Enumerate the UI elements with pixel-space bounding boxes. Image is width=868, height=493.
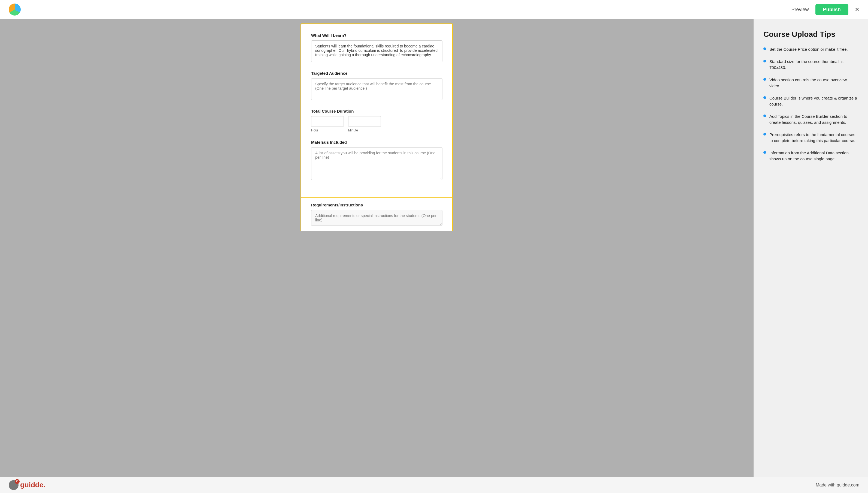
targeted-audience-section: Targeted Audience bbox=[311, 71, 442, 101]
requirements-input[interactable] bbox=[311, 210, 442, 226]
duration-row: 00 Hour 00 Minute bbox=[311, 116, 442, 132]
tips-title: Course Upload Tips bbox=[763, 30, 858, 39]
hour-field: 00 Hour bbox=[311, 116, 344, 132]
guidde-text: guidde. bbox=[20, 481, 45, 489]
tip-text-3: Video section controls the course overvi… bbox=[769, 77, 858, 89]
bullet-icon-4 bbox=[763, 96, 766, 99]
main-content: What Will I Learn? Students will learn t… bbox=[0, 19, 868, 477]
tip-item-7: Information from the Additional Data sec… bbox=[763, 150, 858, 162]
bullet-icon-7 bbox=[763, 151, 766, 154]
materials-section: Materials Included bbox=[311, 140, 442, 181]
bullet-icon-5 bbox=[763, 114, 766, 117]
form-card: What Will I Learn? Students will learn t… bbox=[300, 23, 453, 198]
logo bbox=[9, 3, 21, 16]
what-will-learn-input[interactable]: Students will learn the foundational ski… bbox=[311, 40, 442, 62]
tip-item-6: Prerequisites refers to the fundamental … bbox=[763, 132, 858, 144]
materials-input[interactable] bbox=[311, 147, 442, 180]
tip-text-6: Prerequisites refers to the fundamental … bbox=[769, 132, 858, 144]
tip-text-7: Information from the Additional Data sec… bbox=[769, 150, 858, 162]
publish-button[interactable]: Publish bbox=[816, 4, 848, 15]
minute-input[interactable]: 00 bbox=[348, 116, 381, 127]
what-will-learn-label: What Will I Learn? bbox=[311, 33, 442, 38]
tip-text-4: Course Builder is where you create & org… bbox=[769, 95, 858, 107]
targeted-audience-input[interactable] bbox=[311, 78, 442, 100]
made-with-text: Made with guidde.com bbox=[816, 483, 859, 488]
form-scroll: What Will I Learn? Students will learn t… bbox=[300, 23, 453, 231]
bullet-icon-2 bbox=[763, 60, 766, 62]
tip-text-5: Add Topics in the Course Builder section… bbox=[769, 113, 858, 126]
preview-link[interactable]: Preview bbox=[792, 7, 809, 13]
tip-item-3: Video section controls the course overvi… bbox=[763, 77, 858, 89]
tip-item-5: Add Topics in the Course Builder section… bbox=[763, 113, 858, 126]
requirements-label: Requirements/Instructions bbox=[311, 202, 442, 207]
header: Preview Publish × bbox=[0, 0, 868, 19]
tip-item-2: Standard size for the course thumbnail i… bbox=[763, 59, 858, 71]
duration-section: Total Course Duration 00 Hour 00 Minute bbox=[311, 109, 442, 132]
tip-text-1: Set the Course Price option or make it f… bbox=[769, 46, 848, 52]
header-actions: Preview Publish × bbox=[792, 4, 859, 15]
bullet-icon-3 bbox=[763, 78, 766, 81]
bullet-icon-6 bbox=[763, 133, 766, 135]
bullet-icon-1 bbox=[763, 47, 766, 50]
hour-input[interactable]: 00 bbox=[311, 116, 344, 127]
tip-item-1: Set the Course Price option or make it f… bbox=[763, 46, 858, 52]
left-panel: What Will I Learn? Students will learn t… bbox=[0, 19, 754, 477]
close-button[interactable]: × bbox=[855, 6, 859, 13]
duration-label: Total Course Duration bbox=[311, 109, 442, 113]
requirements-partial: Requirements/Instructions bbox=[300, 198, 453, 231]
targeted-audience-label: Targeted Audience bbox=[311, 71, 442, 76]
tip-text-2: Standard size for the course thumbnail i… bbox=[769, 59, 858, 71]
badge-count: 21 bbox=[15, 479, 20, 484]
hour-label: Hour bbox=[311, 128, 344, 132]
tip-item-4: Course Builder is where you create & org… bbox=[763, 95, 858, 107]
notification-badge[interactable]: 21 bbox=[9, 480, 19, 490]
what-will-learn-section: What Will I Learn? Students will learn t… bbox=[311, 33, 442, 63]
logo-icon bbox=[9, 3, 21, 16]
guidde-logo: 21 guidde. bbox=[9, 480, 45, 490]
bottom-bar: 21 guidde. Made with guidde.com bbox=[0, 477, 868, 493]
minute-label: Minute bbox=[348, 128, 381, 132]
right-panel: Course Upload Tips Set the Course Price … bbox=[754, 19, 868, 477]
tips-list: Set the Course Price option or make it f… bbox=[763, 46, 858, 162]
materials-label: Materials Included bbox=[311, 140, 442, 145]
minute-field: 00 Minute bbox=[348, 116, 381, 132]
